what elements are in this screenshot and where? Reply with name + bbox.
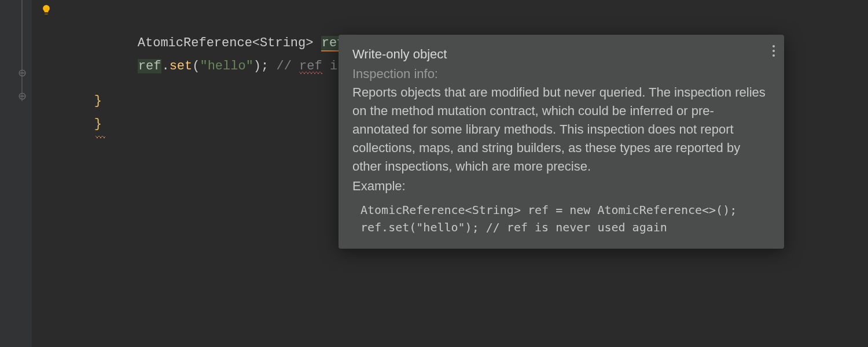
popup-title: Write-only object [352, 45, 770, 64]
popup-subtitle: Inspection info: [352, 65, 770, 83]
token-comment: i [322, 59, 337, 73]
popup-body: Reports objects that are modified but ne… [352, 83, 770, 176]
popup-example-code: AtomicReference<String> ref = new Atomic… [352, 201, 770, 236]
inspection-popup: Write-only object Inspection info: Repor… [339, 35, 784, 249]
token-comment: // [269, 59, 299, 73]
token-comment: ref [299, 59, 322, 73]
fold-close-icon[interactable]: ⊖ [18, 68, 27, 78]
more-actions-icon[interactable] [773, 45, 775, 57]
fold-strip [21, 0, 23, 101]
token-paren: ); [253, 59, 269, 73]
gutter: ⊖ ⊖ [0, 0, 32, 347]
fold-close-icon[interactable]: ⊖ [18, 91, 27, 101]
token-dot: . [161, 59, 169, 73]
token-identifier: ref [138, 59, 162, 73]
popup-example-label: Example: [352, 177, 770, 195]
token-brace: } [94, 113, 102, 136]
code-line-2: ref.set("hello"); // ref i [107, 32, 337, 101]
token-string: "hello" [200, 59, 253, 73]
token-paren: ( [192, 59, 200, 73]
code-line-4: } [64, 90, 102, 159]
token-method: set [170, 59, 193, 73]
